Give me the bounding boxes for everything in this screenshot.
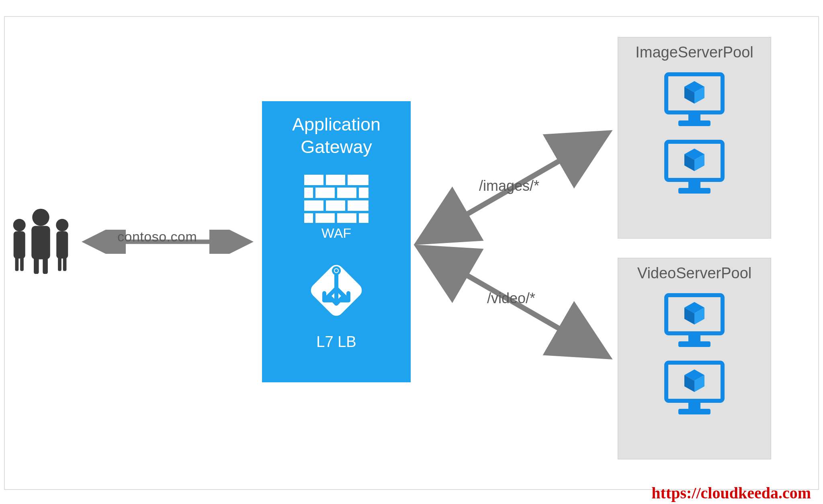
gateway-title-line2: Gateway — [301, 137, 372, 157]
load-balancer-icon — [302, 256, 371, 324]
route-video-label: /video/* — [487, 290, 535, 307]
application-gateway-box: Application Gateway — [262, 101, 411, 382]
svg-point-0 — [13, 219, 26, 231]
domain-label: contoso.com — [117, 229, 197, 245]
route-arrows — [411, 97, 616, 390]
waf-label: WAF — [262, 225, 411, 241]
image-pool-title: ImageServerPool — [618, 44, 771, 61]
svg-rect-18 — [337, 188, 356, 198]
waf-icon — [304, 175, 369, 223]
vm-icon — [664, 361, 725, 417]
svg-rect-17 — [315, 188, 335, 198]
svg-rect-23 — [304, 213, 313, 223]
users-icon — [10, 206, 72, 276]
video-pool-title: VideoServerPool — [618, 265, 771, 282]
watermark-text: https://cloudkeeda.com — [651, 484, 811, 502]
diagram-frame: contoso.com Application Gateway — [4, 16, 819, 490]
svg-rect-22 — [348, 200, 369, 211]
svg-rect-26 — [359, 213, 369, 223]
svg-rect-19 — [359, 188, 369, 198]
l7-lb-label: L7 LB — [262, 333, 411, 351]
svg-rect-16 — [304, 188, 313, 198]
svg-rect-15 — [348, 175, 369, 185]
svg-rect-1 — [14, 231, 25, 259]
svg-rect-14 — [326, 175, 345, 185]
svg-rect-13 — [304, 175, 323, 185]
gateway-title: Application Gateway — [262, 113, 411, 159]
gateway-title-line1: Application — [292, 114, 381, 135]
svg-point-8 — [56, 219, 68, 231]
svg-rect-9 — [56, 231, 68, 259]
svg-rect-2 — [15, 256, 19, 271]
video-server-pool: VideoServerPool — [618, 258, 771, 459]
svg-rect-21 — [326, 200, 345, 211]
vm-icon — [664, 72, 725, 129]
svg-rect-11 — [63, 256, 67, 271]
route-images-label: /images/* — [479, 178, 539, 194]
svg-rect-6 — [34, 257, 39, 274]
svg-point-31 — [332, 266, 341, 275]
svg-rect-25 — [337, 213, 356, 223]
svg-rect-20 — [304, 200, 323, 211]
image-server-pool: ImageServerPool — [618, 37, 771, 239]
vm-icon — [664, 140, 725, 196]
svg-rect-7 — [43, 257, 48, 274]
svg-rect-5 — [31, 226, 50, 259]
vm-icon — [664, 293, 725, 349]
svg-rect-10 — [58, 256, 61, 271]
svg-rect-24 — [315, 213, 335, 223]
svg-rect-3 — [20, 256, 24, 271]
svg-point-4 — [32, 209, 49, 226]
